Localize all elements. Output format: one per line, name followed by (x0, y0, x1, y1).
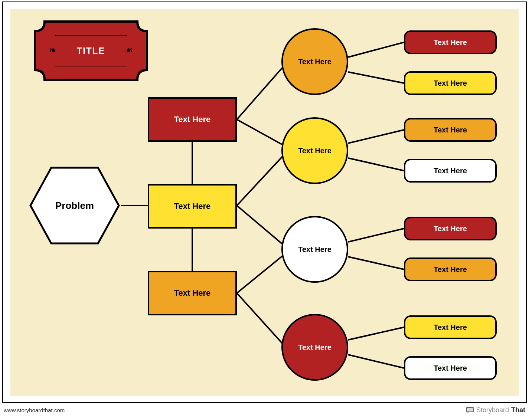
svg-line-11 (348, 130, 404, 143)
branch-rect-2[interactable]: Text Here (148, 184, 237, 229)
leaf-pill-2[interactable]: Text Here (404, 71, 497, 95)
svg-line-12 (348, 158, 404, 171)
circle-label: Text Here (298, 343, 332, 352)
svg-line-8 (237, 293, 285, 347)
leaf-label: Text Here (434, 224, 467, 233)
leaf-pill-8[interactable]: Text Here (404, 356, 497, 380)
leaf-label: Text Here (434, 364, 467, 373)
circle-label: Text Here (298, 147, 332, 155)
circle-node-1[interactable]: Text Here (281, 28, 348, 95)
circle-node-3[interactable]: Text Here (281, 216, 348, 283)
footer: www.storyboardthat.com StoryboardThat (4, 404, 525, 416)
branch-label: Text Here (174, 115, 211, 124)
branch-rect-1[interactable]: Text Here (148, 97, 237, 142)
circle-node-4[interactable]: Text Here (281, 314, 348, 381)
circle-label: Text Here (298, 58, 332, 66)
root-hexagon[interactable]: Problem (28, 165, 121, 246)
svg-line-14 (348, 257, 404, 269)
title-plaque[interactable]: ❧ ❧ TITLE (33, 20, 148, 81)
branch-label: Text Here (174, 288, 211, 298)
branch-rect-3[interactable]: Text Here (148, 271, 237, 315)
svg-line-5 (237, 154, 285, 206)
leaf-pill-1[interactable]: Text Here (404, 30, 497, 54)
circle-node-2[interactable]: Text Here (281, 117, 348, 184)
svg-line-4 (237, 119, 285, 146)
svg-rect-19 (467, 408, 473, 411)
diagram-canvas: ❧ ❧ TITLE Problem Text Here Text Here Te… (10, 9, 519, 396)
footer-url[interactable]: www.storyboardthat.com (4, 407, 65, 413)
svg-line-10 (348, 72, 404, 83)
brand-bold: That (511, 406, 525, 414)
svg-line-9 (348, 42, 404, 57)
svg-line-7 (237, 254, 285, 293)
leaf-pill-7[interactable]: Text Here (404, 315, 497, 339)
title-text[interactable]: TITLE (33, 20, 148, 81)
leaf-pill-4[interactable]: Text Here (404, 159, 497, 183)
leaf-label: Text Here (434, 38, 467, 47)
leaf-label: Text Here (434, 323, 467, 332)
storyboard-icon (466, 407, 474, 413)
svg-line-6 (237, 206, 285, 246)
circle-label: Text Here (298, 245, 332, 254)
root-label: Problem (55, 200, 94, 211)
leaf-label: Text Here (434, 79, 467, 88)
svg-line-13 (348, 229, 404, 242)
svg-line-16 (348, 355, 404, 368)
leaf-pill-5[interactable]: Text Here (404, 217, 497, 240)
leaf-pill-6[interactable]: Text Here (404, 257, 497, 281)
svg-line-15 (348, 327, 404, 340)
branch-label: Text Here (174, 201, 211, 211)
brand-thin: Storyboard (476, 406, 509, 414)
leaf-label: Text Here (434, 265, 467, 274)
leaf-pill-3[interactable]: Text Here (404, 118, 497, 142)
footer-brand[interactable]: StoryboardThat (466, 406, 525, 414)
leaf-label: Text Here (434, 126, 467, 134)
leaf-label: Text Here (434, 167, 467, 175)
svg-line-3 (237, 65, 285, 119)
